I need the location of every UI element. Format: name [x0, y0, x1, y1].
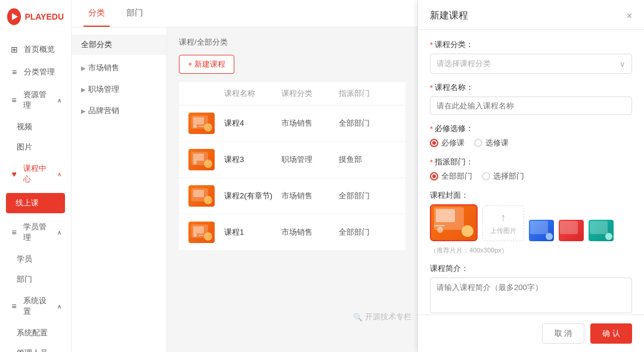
sidebar: PLAYEDU ⊞ 首页概览 ≡ 分类管理 ≡ 资源管理 ∧ 视频 图片 ♥ 课…	[0, 0, 72, 352]
sidebar-item-resource-label: 资源管理	[23, 89, 52, 111]
required-star-2: *	[430, 83, 433, 92]
svg-rect-8	[193, 154, 204, 161]
add-course-button[interactable]: + 新建课程	[179, 55, 234, 74]
dept-option-select[interactable]: 选择部门	[482, 171, 524, 182]
svg-rect-3	[193, 117, 204, 124]
form-row-name: * 课程名称：	[430, 82, 632, 115]
form-label-required: * 必修选修：	[430, 123, 632, 134]
system-arrow-icon: ∧	[57, 303, 61, 310]
category-item-marketing[interactable]: ▶ 市场销售	[72, 57, 166, 79]
logo: PLAYEDU	[0, 0, 71, 33]
radio-elective-dot	[474, 139, 482, 147]
main-content: 分类 部门 全部分类 ▶ 市场销售 ▶ 职场管理 ▶ 品牌营销 课程/全部分类	[72, 0, 417, 352]
cover-thumb-3[interactable]	[589, 220, 614, 241]
select-arrow-icon: ∨	[620, 60, 626, 68]
category-item-brand[interactable]: ▶ 品牌营销	[72, 100, 166, 122]
watermark-text: 开源技术专栏	[365, 311, 411, 322]
cancel-button[interactable]: 取 消	[542, 323, 585, 344]
category-select[interactable]: 请选择课程分类 ∨	[430, 54, 632, 74]
category-all-header[interactable]: 全部分类	[72, 35, 166, 55]
course-intro-textarea[interactable]	[430, 278, 632, 313]
svg-point-27	[605, 233, 612, 240]
svg-marker-0	[12, 13, 18, 20]
course-name-3: 课程2(有章节)	[224, 191, 281, 201]
student-sub-nav: 学员 部门	[0, 249, 71, 289]
sidebar-item-student[interactable]: 学员	[0, 249, 71, 269]
table-row: 课程4 市场销售 全部部门	[179, 105, 405, 142]
dept-option-all[interactable]: 全部部门	[430, 171, 472, 182]
toolbar: + 新建课程	[179, 55, 405, 74]
required-option-mandatory[interactable]: 必修课	[430, 138, 465, 148]
form-label-dept: * 指派部门：	[430, 157, 632, 167]
sidebar-item-admin[interactable]: 管理人员	[0, 343, 71, 352]
sidebar-item-course-center[interactable]: ♥ 课程中心 ∧	[0, 157, 71, 191]
course-dept-4: 全部部门	[339, 227, 396, 238]
sidebar-item-dashboard-label: 首页概览	[24, 44, 55, 55]
svg-rect-19	[436, 209, 455, 222]
course-name-2: 课程3	[224, 154, 281, 165]
form-label-intro: 课程简介：	[430, 263, 632, 274]
svg-point-9	[193, 161, 197, 164]
svg-rect-21	[434, 225, 445, 226]
panel-body: * 课程分类： 请选择课程分类 ∨ * 课程名称： * 必修选修：	[418, 30, 644, 314]
sidebar-item-dept[interactable]: 部门	[0, 269, 71, 289]
sidebar-item-sys-config[interactable]: 系统配置	[0, 323, 71, 343]
svg-rect-25	[560, 221, 578, 234]
course-thumb-4	[188, 222, 215, 243]
table-row: 课程2(有章节) 市场销售 全部部门	[179, 178, 405, 214]
sidebar-item-student-mgmt[interactable]: ≡ 学员管理 ∧	[0, 216, 71, 249]
required-option-elective[interactable]: 选修课	[474, 138, 509, 148]
system-icon: ≡	[10, 301, 18, 311]
required-radio-group: 必修课 选修课	[430, 138, 632, 148]
required-star: *	[430, 41, 433, 49]
cover-images-group: ↑ 上传图片 （推荐片片：400x300px）	[430, 204, 632, 255]
close-button[interactable]: ×	[627, 11, 632, 21]
radio-mandatory-dot	[430, 139, 438, 147]
svg-point-20	[462, 225, 473, 237]
svg-point-16	[193, 233, 197, 237]
cover-thumb-2[interactable]	[559, 220, 584, 241]
category-item-workplace[interactable]: ▶ 职场管理	[72, 79, 166, 100]
confirm-button[interactable]: 确 认	[590, 323, 632, 344]
category-panel: 全部分类 ▶ 市场销售 ▶ 职场管理 ▶ 品牌营销	[72, 27, 167, 352]
sidebar-item-video-label: 视频	[17, 122, 32, 132]
cover-thumb-1[interactable]	[529, 220, 554, 241]
form-row-cover: 课程封面： ↑ 上传图片	[430, 190, 632, 255]
form-row-dept: * 指派部门： 全部部门 选择部门	[430, 157, 632, 182]
cat-arrow-icon-3: ▶	[81, 108, 86, 114]
sidebar-nav: ⊞ 首页概览 ≡ 分类管理 ≡ 资源管理 ∧ 视频 图片 ♥ 课程中心 ∧	[0, 33, 71, 352]
svg-rect-15	[193, 226, 204, 233]
sidebar-item-image[interactable]: 图片	[0, 137, 71, 157]
svg-point-14	[204, 232, 212, 241]
tab-category[interactable]: 分类	[83, 1, 110, 27]
form-label-cover: 课程封面：	[430, 190, 632, 201]
course-cat-3: 市场销售	[281, 191, 339, 201]
cat-arrow-icon: ▶	[81, 65, 86, 71]
tab-department[interactable]: 部门	[122, 1, 148, 27]
svg-point-24	[546, 233, 553, 240]
dashboard-icon: ⊞	[10, 45, 19, 54]
course-name-input[interactable]	[430, 96, 632, 115]
breadcrumb: 课程/全部分类	[179, 37, 405, 48]
tab-bar: 分类 部门	[72, 0, 417, 27]
table-row: 课程1 市场销售 全部部门	[179, 214, 405, 251]
sidebar-item-system-label: 系统设置	[23, 295, 52, 317]
form-row-category: * 课程分类： 请选择课程分类 ∨	[430, 39, 632, 74]
upload-cover-button[interactable]: ↑ 上传图片	[482, 205, 524, 241]
course-sub-nav: 线上课	[0, 193, 71, 213]
sidebar-item-admin-label: 管理人员	[17, 348, 48, 352]
cover-img-main[interactable]	[430, 204, 478, 241]
sidebar-item-online-course[interactable]: 线上课	[6, 193, 65, 213]
sidebar-item-system[interactable]: ≡ 系统设置 ∧	[0, 289, 71, 323]
form-row-intro: 课程简介：	[430, 263, 632, 314]
sidebar-item-video[interactable]: 视频	[0, 117, 71, 137]
svg-rect-26	[590, 221, 608, 234]
course-cat-4: 市场销售	[281, 227, 339, 238]
resource-arrow-icon: ∧	[57, 97, 61, 104]
sidebar-item-resource[interactable]: ≡ 资源管理 ∧	[0, 83, 71, 117]
col-name: 课程名称	[224, 88, 281, 99]
sidebar-item-dashboard[interactable]: ⊞ 首页概览	[0, 38, 71, 61]
form-row-required: * 必修选修： 必修课 选修课	[430, 123, 632, 148]
svg-rect-23	[530, 221, 548, 234]
sidebar-item-category[interactable]: ≡ 分类管理	[0, 61, 71, 83]
